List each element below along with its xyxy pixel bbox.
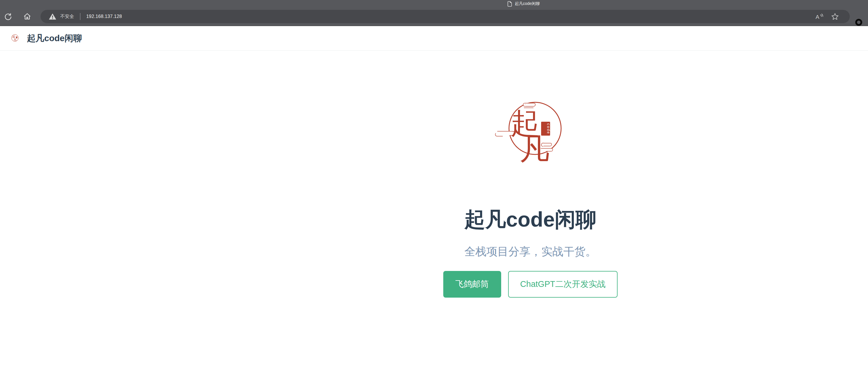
security-warning-icon[interactable] [49,13,57,20]
hero-logo-seal-text: code [546,123,551,134]
browser-toolbar: 不安全 192.168.137.128 A [0,7,868,26]
svg-text:A: A [815,14,819,20]
url-text[interactable]: 192.168.137.128 [86,14,122,19]
address-bar[interactable]: 不安全 192.168.137.128 A [40,10,850,23]
browser-titlebar: 起凡code闲聊 [0,0,868,7]
nav-logo-seal [16,36,18,38]
hero-title: 起凡code闲聊 [406,209,655,230]
profile-avatar[interactable] [855,19,862,26]
home-icon [24,13,31,20]
security-label: 不安全 [60,13,74,20]
browser-tab[interactable]: 起凡code闲聊 [507,0,540,7]
star-icon [831,13,839,20]
site-logo[interactable]: 起 凡 [11,34,19,43]
refresh-icon [4,13,12,20]
action-button-primary[interactable]: 飞鸽邮筒 [443,271,501,298]
hero-description: 全栈项目分享，实战干货。 [406,246,655,257]
site-title[interactable]: 起凡code闲聊 [27,32,82,44]
address-separator [80,13,81,20]
hero-actions: 飞鸽邮筒 ChatGPT二次开发实战 [406,271,655,298]
read-aloud-button[interactable]: A [814,11,824,22]
hero-logo-char-bottom: 凡 [519,131,550,165]
hero-logo: 起 凡 code [495,102,566,165]
page-document-icon [507,1,512,7]
web-page: 起 凡 起凡code闲聊 [0,26,868,366]
favorite-star-button[interactable] [830,11,840,22]
home-button[interactable] [22,11,33,22]
nav-logo-char-top: 起 [12,35,16,38]
tab-title-label: 起凡code闲聊 [515,1,540,6]
read-aloud-icon: A [815,13,824,20]
action-button-secondary[interactable]: ChatGPT二次开发实战 [508,271,618,298]
site-navbar: 起 凡 起凡code闲聊 [0,26,868,51]
refresh-button[interactable] [2,11,14,22]
nav-logo-char-bottom: 凡 [13,38,17,41]
hero-section: 起 凡 code 起凡code闲聊 全栈项目分享，实战干货。 飞鸽邮筒 Chat… [406,102,655,298]
